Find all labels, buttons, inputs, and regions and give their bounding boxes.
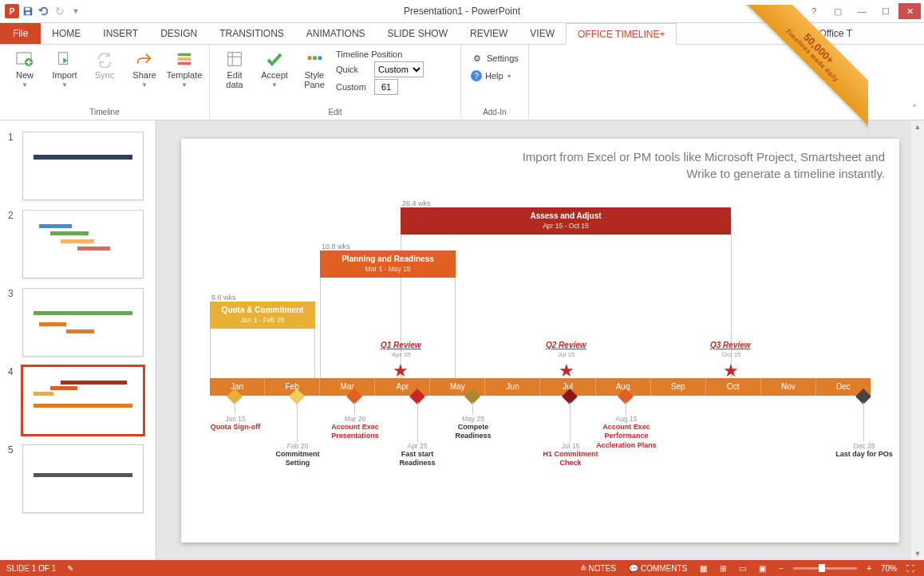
svg-rect-5 <box>178 53 192 57</box>
svg-rect-0 <box>26 8 30 11</box>
ms-4: Apr 25Fast start Readiness <box>389 442 446 468</box>
tab-transitions[interactable]: Transitions <box>208 22 295 44</box>
collapse-ribbon-icon[interactable]: ˄ <box>905 45 924 120</box>
close-icon[interactable]: ✕ <box>898 3 921 19</box>
zoom-slider[interactable] <box>793 567 857 570</box>
task-planning[interactable]: Planning and Readiness Mar 1 - May 15 <box>320 251 456 278</box>
ribbon-group-addin: ⚙ Settings ? Help ▼ Add-In <box>461 45 529 120</box>
help-icon[interactable]: ? <box>803 3 825 19</box>
quick-access-toolbar: P ↻ ▼ <box>0 4 83 18</box>
template-button[interactable]: Template ▼ <box>166 48 203 90</box>
spell-check-icon[interactable]: ✎ <box>67 564 73 573</box>
tab-animations[interactable]: Animations <box>295 22 377 44</box>
ms-2: Feb 20Commitment Setting <box>267 442 328 468</box>
notes-button[interactable]: ≛ NOTES <box>577 564 619 573</box>
sync-label: Sync <box>95 70 114 80</box>
task-assess-title: Assess and Adjust <box>530 211 601 220</box>
tab-office-timeline[interactable]: Office Timeline+ <box>566 23 677 45</box>
scroll-up-icon[interactable]: ▲ <box>911 120 924 133</box>
task-quota[interactable]: Quota & Commitment Jan 1 - Feb 28 <box>210 302 315 329</box>
svg-rect-7 <box>178 62 192 65</box>
slide-thumb-2[interactable] <box>22 210 144 278</box>
view-normal-icon[interactable]: ▦ <box>697 564 710 573</box>
tab-strip: File Home Insert Design Transitions Anim… <box>0 23 924 45</box>
edit-data-button[interactable]: Edit data <box>216 48 253 91</box>
sync-button[interactable]: Sync <box>86 48 123 81</box>
svg-rect-9 <box>308 56 312 60</box>
task-quota-title: Quota & Commitment <box>222 306 304 314</box>
task-line <box>455 265 456 378</box>
ribbon-group-edit: Edit data Accept ▼ Style Pane Timeline P… <box>210 45 461 120</box>
svg-rect-10 <box>313 56 317 60</box>
q1-review-label: Q1 Review <box>381 341 421 349</box>
task-line <box>320 265 321 378</box>
quick-select[interactable]: Custom <box>374 61 424 77</box>
main-area: 1 2 3 4 5 Import from Excel or PM tools … <box>0 120 924 560</box>
view-slideshow-icon[interactable]: ▣ <box>756 564 769 573</box>
thumb-num: 4 <box>8 366 18 377</box>
style-pane-button[interactable]: Style Pane <box>296 48 333 91</box>
slide-thumb-4[interactable] <box>22 366 144 435</box>
new-button[interactable]: New ▼ <box>6 48 43 90</box>
zoom-out-icon[interactable]: − <box>776 564 787 573</box>
slide-indicator: SLIDE 1 OF 1 <box>6 564 56 573</box>
ms-3: Mar 20Account Exec Presentations <box>325 415 385 441</box>
group-addin-label: Add-In <box>468 108 522 118</box>
tab-slide-show[interactable]: Slide Show <box>377 22 459 44</box>
view-sorter-icon[interactable]: ⊞ <box>717 564 729 573</box>
fit-icon[interactable]: ⛶ <box>903 564 918 573</box>
tab-design[interactable]: Design <box>149 22 208 44</box>
tab-file[interactable]: File <box>0 22 41 44</box>
qat-dropdown-icon[interactable]: ▼ <box>69 4 83 18</box>
tab-right-cut[interactable]: Office T <box>819 22 924 44</box>
slide-thumb-5[interactable] <box>22 444 144 513</box>
accept-button[interactable]: Accept ▼ <box>256 48 293 90</box>
svg-rect-4 <box>59 53 68 65</box>
import-button[interactable]: Import ▼ <box>46 48 83 90</box>
dur-assess: 26.4 wks <box>402 199 431 207</box>
q3-review-date: Oct 15 <box>722 351 741 358</box>
ms-line <box>417 402 418 442</box>
ribbon-display-icon[interactable]: ▢ <box>827 3 849 19</box>
tab-home[interactable]: Home <box>41 22 92 44</box>
view-reading-icon[interactable]: ▭ <box>736 564 749 573</box>
thumb-num: 3 <box>8 288 18 299</box>
slide-thumb-1[interactable] <box>22 132 144 200</box>
timeline-axis: Jan Feb Mar Apr May Jun Jul Aug Sep Oct … <box>210 378 871 396</box>
share-button[interactable]: Share ▼ <box>126 48 163 90</box>
scroll-down-icon[interactable]: ▼ <box>911 547 924 560</box>
status-bar: SLIDE 1 OF 1 ✎ ≛ NOTES 💬 COMMENTS ▦ ⊞ ▭ … <box>0 560 924 576</box>
task-assess[interactable]: Assess and Adjust Apr 15 - Oct 15 <box>401 207 731 235</box>
save-icon[interactable] <box>21 4 35 18</box>
redo-icon[interactable]: ↻ <box>53 4 67 18</box>
minimize-icon[interactable]: — <box>851 3 873 19</box>
svg-rect-6 <box>178 57 192 61</box>
new-label: New <box>16 70 34 80</box>
powerpoint-icon: P <box>5 4 19 18</box>
zoom-in-icon[interactable]: + <box>863 564 875 573</box>
tab-view[interactable]: View <box>519 22 566 44</box>
ms-8: Dec 28Last day for POs <box>835 442 893 460</box>
tab-review[interactable]: Review <box>459 22 519 44</box>
help-icon: ? <box>471 70 482 81</box>
slide-thumb-3[interactable] <box>22 288 144 357</box>
ms-line <box>235 402 235 415</box>
help-button[interactable]: ? Help ▼ <box>468 67 522 85</box>
ms-6: Jul 15H1 Commitment Check <box>540 442 601 468</box>
dur-planning: 10.8 wks <box>322 243 350 251</box>
custom-input[interactable] <box>374 79 398 95</box>
slide-canvas[interactable]: Import from Excel or PM tools like Micro… <box>181 139 899 542</box>
maximize-icon[interactable]: ☐ <box>875 3 897 19</box>
tab-insert[interactable]: Insert <box>92 22 149 44</box>
style-pane-label: Style Pane <box>304 70 325 89</box>
vertical-scrollbar[interactable]: ▲ ▼ <box>911 120 924 560</box>
accept-label: Accept <box>261 70 288 80</box>
settings-button[interactable]: ⚙ Settings <box>468 49 522 67</box>
ms-line <box>354 402 355 415</box>
import-text: Import from Excel or PM tools like Micro… <box>510 148 885 183</box>
settings-label: Settings <box>487 53 519 63</box>
comments-button[interactable]: 💬 COMMENTS <box>626 564 690 573</box>
undo-icon[interactable] <box>37 4 51 18</box>
gear-icon: ⚙ <box>471 52 484 65</box>
slide-panel[interactable]: 1 2 3 4 5 <box>0 120 156 560</box>
